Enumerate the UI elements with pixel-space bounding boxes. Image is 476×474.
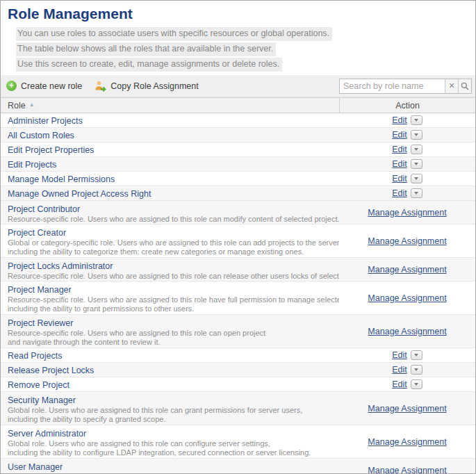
edit-dropdown-button[interactable] (411, 379, 422, 389)
role-description-line: and navigate through the content to revi… (8, 338, 339, 347)
chevron-down-icon (414, 368, 418, 371)
action-cell: Edit (339, 377, 475, 391)
role-description-line: Global or category-specific role. Users … (8, 238, 339, 247)
description-line-1: You can use roles to associate users wit… (16, 27, 332, 41)
action-cell: Manage Assignment (339, 224, 475, 257)
table-row: Release Project LocksEdit (1, 363, 475, 377)
description-line-3: Use this screen to create, edit, manage … (16, 58, 282, 72)
edit-link[interactable]: Edit (392, 145, 407, 154)
action-cell: Edit (339, 142, 475, 156)
chevron-down-icon (414, 383, 418, 386)
edit-link[interactable]: Edit (392, 159, 407, 169)
chevron-down-icon (414, 133, 418, 136)
manage-assignment-link[interactable]: Manage Assignment (368, 404, 446, 414)
create-new-role-button[interactable]: + Create new role (6, 81, 82, 91)
page-description: You can use roles to associate users wit… (8, 26, 468, 72)
role-cell: Manage Model Permissions (1, 172, 339, 186)
edit-dropdown-button[interactable] (411, 365, 422, 375)
column-header-role[interactable]: Role ▲ (1, 98, 339, 113)
edit-link[interactable]: Edit (392, 365, 407, 375)
table-row: Manage Owned Project Access RightEdit (1, 186, 475, 201)
chevron-down-icon (414, 192, 418, 195)
edit-dropdown-button[interactable] (411, 145, 422, 154)
action-cell: Edit (339, 348, 475, 362)
role-name-link[interactable]: Release Project Locks (8, 366, 94, 375)
table-row: Remove ProjectEdit (1, 377, 475, 392)
role-description-line: Resource-specific role. Users who are as… (8, 329, 339, 338)
manage-assignment-link[interactable]: Manage Assignment (368, 208, 446, 218)
edit-link[interactable]: Edit (392, 174, 407, 183)
edit-dropdown-button[interactable] (411, 174, 422, 183)
role-cell: Project ContributorResource-specific rol… (1, 201, 339, 224)
role-cell: Project ManagerResource-specific role. U… (1, 281, 339, 314)
role-name-link[interactable]: Manage Owned Project Access Right (8, 189, 151, 199)
role-cell: Edit Project Properties (1, 142, 339, 156)
clear-search-button[interactable]: ✕ (445, 79, 458, 93)
role-name-link[interactable]: Project Manager (8, 285, 72, 295)
add-icon: + (6, 81, 17, 91)
role-cell: Project ReviewerResource-specific role. … (1, 315, 339, 348)
edit-dropdown-button[interactable] (411, 130, 422, 140)
search-input[interactable] (340, 79, 445, 93)
copy-role-assignment-icon (95, 81, 106, 92)
manage-assignment-link[interactable]: Manage Assignment (368, 437, 446, 447)
role-name-link[interactable]: Security Manager (8, 395, 76, 406)
edit-link[interactable]: Edit (392, 188, 407, 198)
role-name-link[interactable]: Project Contributor (8, 204, 80, 215)
role-name-link[interactable]: Manage Model Permissions (8, 174, 115, 184)
role-description-line: including the ability to specify a grant… (8, 415, 339, 424)
table-body: Administer ProjectsEditAll Custom RolesE… (1, 113, 475, 474)
role-description-line: Global role. Users who are assigned to t… (8, 406, 339, 415)
role-name-link[interactable]: Edit Project Properties (8, 145, 94, 155)
role-name-link[interactable]: Remove Project (8, 380, 69, 390)
manage-assignment-link[interactable]: Manage Assignment (368, 265, 446, 275)
manage-assignment-link[interactable]: Manage Assignment (368, 327, 446, 336)
manage-assignment-link[interactable]: Manage Assignment (368, 293, 446, 303)
role-management-page: Role Management You can use roles to ass… (0, 0, 476, 474)
table-header: Role ▲ Action (1, 97, 475, 113)
role-name-link[interactable]: Project Reviewer (8, 318, 73, 329)
table-row: Project Locks AdministratorResource-spec… (1, 258, 475, 281)
role-cell: Release Project Locks (1, 363, 339, 377)
table-row: Administer ProjectsEdit (1, 113, 475, 128)
action-cell: Edit (339, 172, 475, 186)
edit-dropdown-button[interactable] (411, 350, 422, 360)
action-cell: Edit (339, 186, 475, 200)
page-title: Role Management (8, 6, 468, 22)
role-name-link[interactable]: Project Locks Administrator (8, 261, 113, 272)
table-row: Project ManagerResource-specific role. U… (1, 281, 475, 315)
role-name-link[interactable]: Project Creator (8, 228, 66, 238)
edit-link[interactable]: Edit (392, 350, 407, 360)
table-row: Edit ProjectsEdit (1, 157, 475, 172)
role-name-link[interactable]: Administer Projects (8, 116, 83, 126)
manage-assignment-link[interactable]: Manage Assignment (368, 236, 446, 246)
table-row: Server AdministratorGlobal role. Users w… (1, 425, 475, 459)
toolbar: + Create new role Copy Role Assignment ✕ (1, 75, 475, 97)
search-button[interactable] (458, 79, 471, 93)
edit-link[interactable]: Edit (392, 379, 407, 389)
action-cell: Manage Assignment (339, 315, 475, 348)
table-row: Read ProjectsEdit (1, 348, 475, 363)
edit-link[interactable]: Edit (392, 115, 407, 125)
role-name-link[interactable]: Server Administrator (8, 429, 86, 439)
role-name-link[interactable]: Edit Projects (8, 160, 56, 170)
edit-dropdown-button[interactable] (411, 115, 422, 125)
manage-assignment-link[interactable]: Manage Assignment (368, 466, 446, 474)
chevron-down-icon (414, 354, 418, 357)
role-description-line: including the ability to grant permissio… (8, 304, 339, 313)
role-description-line: Global role. Users who are assigned to t… (8, 439, 339, 448)
chevron-down-icon (414, 163, 418, 165)
edit-dropdown-button[interactable] (411, 159, 422, 169)
edit-link[interactable]: Edit (392, 130, 407, 140)
copy-role-assignment-button[interactable]: Copy Role Assignment (95, 81, 198, 92)
role-name-link[interactable]: Read Projects (8, 351, 63, 361)
table-row: User ManagerGlobal role. Users who are a… (1, 459, 475, 474)
role-name-link[interactable]: User Manager (8, 462, 63, 473)
role-cell: Remove Project (1, 377, 339, 391)
edit-dropdown-button[interactable] (411, 188, 422, 198)
role-name-link[interactable]: All Custom Roles (8, 131, 74, 140)
table-row: Project ReviewerResource-specific role. … (1, 315, 475, 348)
role-description-line: Resource-specific role. Users who are as… (8, 272, 339, 281)
table-row: All Custom RolesEdit (1, 128, 475, 142)
action-cell: Manage Assignment (339, 459, 475, 474)
